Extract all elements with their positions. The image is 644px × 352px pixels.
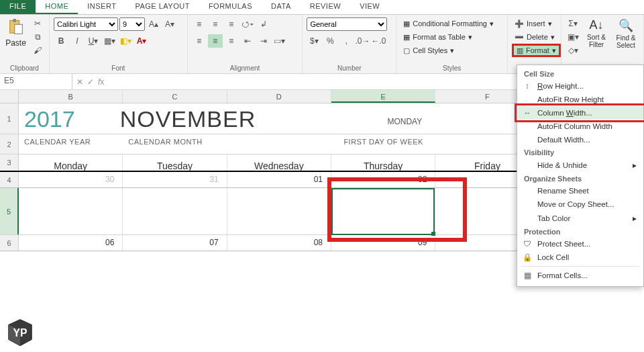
cell-icon: ▢ — [403, 46, 410, 55]
paste-button[interactable]: Paste — [4, 17, 28, 48]
italic-button[interactable]: I — [70, 34, 85, 48]
cell-D4[interactable]: 01 — [227, 172, 331, 187]
lock-icon: 🔒 — [523, 253, 532, 262]
row-4[interactable]: 4 — [0, 172, 19, 187]
tab-view[interactable]: VIEW — [350, 0, 389, 14]
accounting-button[interactable]: $▾ — [307, 34, 321, 48]
chevron-right-icon: ▸ — [633, 161, 637, 170]
menu-protect-sheet[interactable]: 🛡Protect Sheet... — [517, 237, 643, 251]
increase-font-button[interactable]: A▴ — [146, 17, 161, 31]
percent-button[interactable]: % — [323, 34, 337, 48]
cell-E4[interactable]: 02 — [331, 172, 435, 187]
row-6[interactable]: 6 — [0, 235, 19, 251]
fill-button[interactable]: ▣▾ — [566, 30, 580, 44]
tab-formulas[interactable]: FORMULAS — [199, 0, 262, 14]
month-value: NOVEMBER — [120, 106, 256, 132]
fill-color-button[interactable]: ◧▾ — [118, 34, 133, 48]
menu-autofit-column[interactable]: AutoFit Column Width — [517, 120, 643, 133]
select-all-corner[interactable] — [0, 90, 19, 103]
cell-C5[interactable] — [123, 188, 227, 234]
menu-column-width[interactable]: ↔Column Width...Column Width... — [517, 106, 643, 120]
fx-icon[interactable]: fx — [98, 77, 104, 87]
font-color-button[interactable]: A▾ — [134, 34, 149, 48]
menu-hide-unhide[interactable]: Hide & Unhide▸ — [517, 158, 643, 173]
menu-lock-cell[interactable]: 🔒Lock Cell — [517, 251, 643, 264]
format-painter-button[interactable]: 🖌 — [30, 44, 45, 57]
find-select-button[interactable]: 🔍 Find & Select — [612, 17, 639, 49]
menu-rename-sheet[interactable]: Rename Sheet — [517, 184, 643, 197]
cell-C6[interactable]: 07 — [123, 235, 227, 251]
align-top-button[interactable]: ≡ — [192, 17, 207, 31]
merge-button[interactable]: ▭▾ — [272, 34, 287, 48]
menu-autofit-row[interactable]: AutoFit Row Height — [517, 93, 643, 106]
cell-styles-button[interactable]: ▢Cell Styles▾ — [400, 44, 457, 57]
menu-format-cells[interactable]: ▦Format Cells... — [517, 269, 643, 282]
conditional-formatting-button[interactable]: ▦Conditional Formatting▾ — [400, 17, 496, 30]
decrease-indent-button[interactable]: ⇤ — [240, 34, 255, 48]
col-C[interactable]: C — [123, 90, 227, 103]
tab-page-layout[interactable]: PAGE LAYOUT — [125, 0, 199, 14]
cell-B4[interactable]: 30 — [19, 172, 123, 187]
group-font-label: Font — [54, 63, 183, 73]
menu-row-height[interactable]: ↕RRow Height...ow Height... — [517, 79, 643, 93]
cell-B6[interactable]: 06 — [19, 235, 123, 251]
comma-button[interactable]: , — [339, 34, 354, 48]
number-format-select[interactable]: General — [307, 17, 387, 31]
align-bottom-button[interactable]: ≡ — [224, 17, 239, 31]
align-middle-button[interactable]: ≡ — [208, 17, 223, 31]
menu-move-copy[interactable]: Move or Copy Sheet... — [517, 197, 643, 211]
cell-E6[interactable]: 09 — [331, 235, 435, 251]
decrease-font-button[interactable]: A▾ — [162, 17, 177, 31]
cell-B5[interactable] — [19, 188, 123, 234]
section-visibility: Visibility — [517, 146, 643, 158]
tab-home[interactable]: HOME — [36, 0, 78, 14]
copy-button[interactable]: ⧉ — [30, 30, 45, 44]
align-center-button[interactable]: ≡ — [208, 34, 223, 48]
cell-D5[interactable] — [227, 188, 331, 234]
decrease-decimal-button[interactable]: ←.0 — [371, 34, 386, 48]
font-name-select[interactable]: Calibri Light — [54, 17, 118, 31]
sort-icon: A↓ — [589, 18, 603, 32]
autosum-button[interactable]: Σ▾ — [566, 17, 580, 30]
day-wednesday: Wednesday — [227, 155, 331, 171]
col-D[interactable]: D — [227, 90, 331, 103]
increase-decimal-button[interactable]: .0→ — [355, 34, 370, 48]
tab-row: FILE HOME INSERT PAGE LAYOUT FORMULAS DA… — [0, 0, 644, 15]
tab-data[interactable]: DATA — [262, 0, 301, 14]
cell-D6[interactable]: 08 — [227, 235, 331, 251]
bold-button[interactable]: B — [54, 34, 68, 48]
row-2[interactable]: 2 — [0, 134, 19, 154]
col-B[interactable]: B — [19, 90, 123, 103]
menu-default-width[interactable]: Default Width... — [517, 133, 643, 146]
col-E[interactable]: E — [331, 90, 435, 103]
cut-button[interactable]: ✂ — [30, 17, 45, 30]
sort-filter-button[interactable]: A↓ Sort & Filter — [583, 17, 610, 48]
enter-icon[interactable]: ✓ — [87, 77, 94, 87]
delete-cells-button[interactable]: ➖Delete▾ — [512, 30, 557, 44]
insert-cells-button[interactable]: ➕Insert▾ — [512, 17, 555, 30]
row-1[interactable]: 1 — [0, 103, 19, 134]
clear-button[interactable]: ◇▾ — [566, 44, 580, 57]
font-size-select[interactable]: 9 — [119, 17, 145, 31]
borders-button[interactable]: ▦▾ — [102, 34, 117, 48]
tab-file[interactable]: FILE — [0, 0, 36, 14]
orientation-button[interactable]: ⭯▾ — [240, 17, 255, 31]
wrap-text-button[interactable]: ↲ — [256, 17, 271, 31]
format-cells-button[interactable]: ▥Format▾ — [512, 44, 561, 57]
align-left-button[interactable]: ≡ — [192, 34, 207, 48]
align-right-button[interactable]: ≡ — [224, 34, 239, 48]
row-3[interactable]: 3 — [0, 155, 19, 171]
tab-review[interactable]: REVIEW — [301, 0, 350, 14]
underline-button[interactable]: U▾ — [86, 34, 101, 48]
tab-insert[interactable]: INSERT — [78, 0, 125, 14]
menu-tab-color[interactable]: Tab Color▸ — [517, 211, 643, 226]
month-label: CALENDAR MONTH — [128, 138, 202, 146]
format-dropdown: Cell Size ↕RRow Height...ow Height... Au… — [517, 64, 644, 287]
cancel-icon[interactable]: ✕ — [76, 77, 83, 87]
increase-indent-button[interactable]: ⇥ — [256, 34, 271, 48]
cell-C4[interactable]: 31 — [123, 172, 227, 187]
row-5[interactable]: 5 — [0, 188, 19, 234]
name-box[interactable]: E5 — [0, 74, 72, 89]
cell-E5[interactable] — [331, 188, 435, 234]
format-as-table-button[interactable]: ▦Format as Table▾ — [400, 30, 475, 44]
